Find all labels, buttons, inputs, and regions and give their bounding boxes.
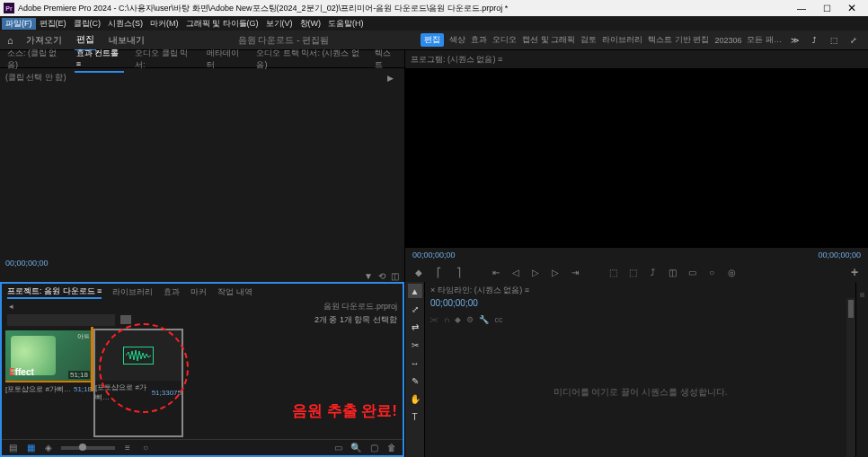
list-view-icon[interactable]: ▤ bbox=[7, 443, 18, 453]
window-title: Adobe Premiere Pro 2024 - C:\사용자\user\바탕… bbox=[18, 3, 789, 14]
btn-extra1-icon[interactable]: ○ bbox=[705, 266, 718, 278]
extract-icon[interactable]: ⬚ bbox=[626, 266, 639, 278]
ws-right-effects[interactable]: 효과 bbox=[471, 34, 487, 46]
timeline-timecode[interactable]: 00;00;00;00 bbox=[425, 298, 855, 312]
program-monitor: 프로그램: (시퀀스 없음) ≡ 00;00;00;00 00;00;00;00… bbox=[405, 50, 868, 282]
toggle-icon[interactable]: ◫ bbox=[391, 271, 399, 281]
close-button[interactable]: ✕ bbox=[839, 0, 864, 16]
video-thumbnail[interactable]: 아트 Effect 51;18 bbox=[5, 330, 92, 381]
ws-right-color[interactable]: 색상 bbox=[449, 34, 465, 46]
selection-tool-icon[interactable]: ▲ bbox=[408, 284, 422, 298]
go-to-out-icon[interactable]: ⇥ bbox=[569, 266, 581, 278]
menu-view[interactable]: 보기(V) bbox=[262, 18, 297, 30]
slip-tool-icon[interactable]: ↔ bbox=[408, 356, 422, 370]
project-breadcrumb: 음원 다운로드.prproj bbox=[323, 301, 397, 312]
menu-sequence[interactable]: 시퀀스(S) bbox=[104, 18, 146, 30]
timeline-tab[interactable]: × 타임라인: (시퀀스 없음) ≡ bbox=[430, 285, 529, 296]
lift-icon[interactable]: ⬚ bbox=[607, 266, 619, 278]
go-to-in-icon[interactable]: ⇤ bbox=[490, 266, 502, 278]
track-select-tool-icon[interactable]: ⤢ bbox=[408, 302, 422, 316]
ws-right-caption[interactable]: 캡션 및 그래픽 bbox=[522, 34, 575, 46]
filter-icon[interactable]: ▼ bbox=[364, 271, 373, 281]
bin-filter-icon[interactable] bbox=[120, 315, 131, 324]
auto-icon[interactable]: ○ bbox=[140, 443, 151, 453]
project-tab-history[interactable]: 작업 내역 bbox=[217, 286, 252, 298]
btn-extra2-icon[interactable]: ◎ bbox=[725, 266, 738, 278]
breadcrumb-back-icon[interactable]: ◂ bbox=[9, 302, 13, 311]
playhead-arrow-icon[interactable]: ▶ bbox=[387, 74, 394, 83]
audio-thumbnail[interactable] bbox=[95, 330, 182, 381]
button-editor-icon[interactable]: + bbox=[848, 266, 861, 278]
ws-right-library[interactable]: 라이브러리 bbox=[602, 34, 642, 46]
program-timecode-left[interactable]: 00;00;00;00 bbox=[412, 250, 456, 259]
ws-right-review[interactable]: 검토 bbox=[580, 34, 597, 46]
program-tab[interactable]: 프로그램: (시퀀스 없음) ≡ bbox=[411, 54, 502, 66]
fullscreen-icon[interactable]: ⤢ bbox=[846, 33, 861, 48]
safe-margin-icon[interactable]: ▭ bbox=[686, 266, 698, 278]
menu-graphics[interactable]: 그래픽 및 타이틀(G) bbox=[182, 18, 262, 30]
comparison-icon[interactable]: ◫ bbox=[666, 266, 678, 278]
quick-export-icon[interactable]: ⬚ bbox=[827, 33, 841, 48]
add-marker-icon[interactable]: ◆ bbox=[412, 266, 425, 278]
freeform-view-icon[interactable]: ◈ bbox=[43, 443, 54, 453]
project-tab-project[interactable]: 프로젝트: 음원 다운로드 ≡ bbox=[7, 286, 102, 299]
project-tab-effects[interactable]: 효과 bbox=[164, 286, 180, 298]
ripple-tool-icon[interactable]: ⇄ bbox=[408, 320, 422, 334]
step-forward-icon[interactable]: ▷ bbox=[549, 266, 562, 278]
mark-in-icon[interactable]: ⎡ bbox=[432, 266, 445, 278]
timeline-empty-message[interactable]: 미디어를 여기로 끌어 시퀀스를 생성합니다. bbox=[425, 327, 855, 457]
play-icon[interactable]: ▷ bbox=[529, 266, 542, 278]
menu-edit[interactable]: 편집(E) bbox=[36, 18, 70, 30]
new-bin-icon[interactable]: ▢ bbox=[368, 443, 379, 453]
project-tab-library[interactable]: 라이브러리 bbox=[112, 286, 153, 298]
ws-right-all[interactable]: 모든 패… bbox=[747, 34, 782, 46]
menu-marker[interactable]: 마커(M) bbox=[146, 18, 182, 30]
linked-selection-icon[interactable]: ∩ bbox=[444, 315, 449, 324]
hand-tool-icon[interactable]: ✋ bbox=[408, 391, 422, 406]
icon-view-icon[interactable]: ▦ bbox=[25, 443, 36, 453]
effect-label: Effect bbox=[9, 367, 34, 377]
share-icon[interactable]: ⤴ bbox=[807, 33, 821, 48]
program-controls: ◆ ⎡ ⎤ ⇤ ◁ ▷ ▷ ⇥ ⬚ ⬚ ⤴ ◫ ▭ ○ ◎ + bbox=[405, 262, 868, 282]
new-item-icon[interactable]: ▭ bbox=[332, 443, 343, 453]
type-tool-icon[interactable]: T bbox=[408, 409, 422, 424]
project-item-audio[interactable]: [포토샵으로 #가삐… 51;33075 bbox=[95, 330, 182, 435]
razor-tool-icon[interactable]: ✂ bbox=[408, 338, 422, 352]
minimize-button[interactable]: — bbox=[789, 0, 814, 16]
menu-window[interactable]: 창(W) bbox=[297, 18, 325, 30]
settings-icon[interactable]: ⚙ bbox=[466, 315, 474, 324]
menu-help[interactable]: 도움말(H) bbox=[324, 18, 368, 30]
step-back-icon[interactable]: ◁ bbox=[509, 266, 522, 278]
ws-right-text-edit[interactable]: 텍스트 기반 편집 bbox=[648, 34, 709, 46]
ws-right-edit[interactable]: 편집 bbox=[421, 33, 444, 47]
snap-icon[interactable]: ⟲ bbox=[378, 271, 385, 281]
project-search-input[interactable] bbox=[7, 314, 115, 326]
ws-right-audio[interactable]: 오디오 bbox=[492, 34, 517, 46]
wrench-icon[interactable]: 🔧 bbox=[479, 315, 489, 324]
new-search-bin-icon[interactable]: 🔍 bbox=[350, 443, 361, 453]
delete-icon[interactable]: 🗑 bbox=[386, 443, 397, 453]
export-frame-icon[interactable]: ⤴ bbox=[646, 266, 659, 278]
project-items-grid: 아트 Effect 51;18 [포토샵으로 #가삐… 51;18 bbox=[2, 327, 403, 439]
workspace-overflow-icon[interactable]: ≫ bbox=[787, 33, 802, 48]
audio-meter[interactable] bbox=[855, 282, 868, 457]
tool-palette: ▲ ⤢ ⇄ ✂ ↔ ✎ ✋ T bbox=[405, 282, 425, 457]
zoom-slider[interactable] bbox=[61, 446, 115, 450]
snap-icon[interactable]: ⩙ bbox=[430, 315, 438, 324]
mark-out-icon[interactable]: ⎤ bbox=[452, 266, 465, 278]
source-timecode[interactable]: 00;00;00;00 bbox=[0, 257, 404, 269]
caption-track-icon[interactable]: cc bbox=[494, 315, 502, 324]
program-viewport[interactable] bbox=[405, 68, 868, 248]
timeline-vertical-scrollbar[interactable] bbox=[846, 298, 855, 457]
menu-file[interactable]: 파일(F) bbox=[2, 18, 36, 30]
project-tab-marker[interactable]: 마커 bbox=[190, 286, 207, 298]
maximize-button[interactable]: ☐ bbox=[814, 0, 839, 16]
no-clip-label: (클립 선택 안 함) bbox=[5, 72, 66, 83]
sort-icon[interactable]: ≡ bbox=[122, 443, 133, 453]
program-timecode-right[interactable]: 00;00;00;00 bbox=[818, 250, 861, 259]
project-item-video[interactable]: 아트 Effect 51;18 [포토샵으로 #가삐… 51;18 bbox=[5, 330, 92, 435]
marker-icon[interactable]: ◆ bbox=[455, 315, 461, 324]
pen-tool-icon[interactable]: ✎ bbox=[408, 374, 422, 388]
menu-clip[interactable]: 클립(C) bbox=[70, 18, 105, 30]
ws-right-date[interactable]: 202306 bbox=[714, 36, 741, 45]
